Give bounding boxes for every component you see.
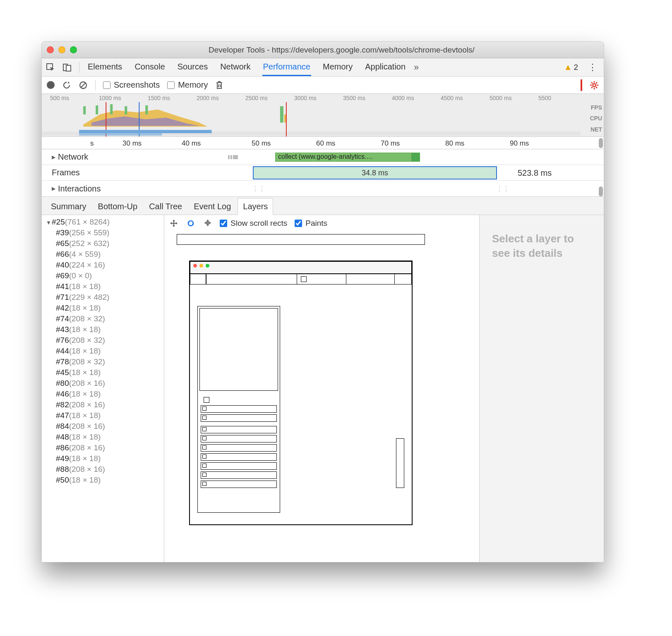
subtab-call-tree[interactable]: Call Tree [144,198,187,215]
device-toggle-icon[interactable] [62,63,72,72]
timeline-ruler[interactable]: s30 ms40 ms50 ms60 ms70 ms80 ms90 ms [42,137,604,149]
overview-tick: 500 ms [50,95,69,101]
layer-tree-item[interactable]: #76(208 × 32) [42,335,164,346]
layer-tree-item[interactable]: #80(208 × 16) [42,378,164,389]
svg-line-11 [596,87,597,88]
overview-tick: 3500 ms [343,95,365,101]
close-icon[interactable] [47,46,54,53]
warnings-badge[interactable]: ▲ 2 [564,62,578,72]
scrollbar-thumb[interactable] [599,138,603,148]
traffic-lights [47,46,77,53]
settings-menu-icon[interactable]: ⋮ [586,62,600,73]
more-tabs-icon[interactable]: » [414,62,419,73]
layer-tree-item[interactable]: #48(18 × 18) [42,432,164,442]
warning-icon: ▲ [564,62,572,72]
layers-toolbar: Slow scroll rects Paints [164,215,479,232]
overview-tick: 1000 ms [99,95,121,101]
clear-icon[interactable] [79,81,88,90]
minimize-icon[interactable] [58,46,65,53]
next-frame-label: 523.8 ms [518,168,552,178]
frame-bar[interactable]: 34.8 ms [253,166,497,179]
subtab-layers[interactable]: Layers [238,198,273,215]
slow-scroll-checkbox[interactable]: Slow scroll rects [220,219,287,228]
layer-tree-item[interactable]: #45(18 × 18) [42,367,164,378]
overview-tick: 4500 ms [441,95,463,101]
layer-tree-item[interactable]: #74(208 × 32) [42,313,164,324]
layer-tree-item[interactable]: #44(18 × 18) [42,346,164,356]
zoom-icon[interactable] [70,46,77,53]
layer-tree-item[interactable]: #40(224 × 16) [42,260,164,270]
drag-dots-icon: ⋮⋮ [496,185,509,193]
expand-icon[interactable]: ▶ [52,154,55,160]
toolbar-divider [581,79,582,91]
subtab-event-log[interactable]: Event Log [189,198,236,215]
layer-tree-item[interactable]: #65(252 × 632) [42,238,164,249]
capture-settings-icon[interactable] [590,81,599,90]
subtab-summary[interactable]: Summary [46,198,91,215]
layer-tree-item[interactable]: #66(4 × 559) [42,249,164,260]
titlebar: Developer Tools - https://developers.goo… [42,42,604,58]
performance-toolbar: Screenshots Memory [42,77,604,94]
ruler-tick: 60 ms [316,139,335,148]
layer-tree-item[interactable]: #84(208 × 16) [42,421,164,432]
timeline-overview[interactable]: 500 ms1000 ms1500 ms2000 ms2500 ms3000 m… [42,94,604,137]
tab-performance[interactable]: Performance [262,59,312,76]
layer-tree-item[interactable]: #49(18 × 18) [42,453,164,464]
ruler-tick: s [90,139,94,148]
network-track[interactable]: ▶Network collect (www.google-analytics.… [42,149,604,165]
tab-console[interactable]: Console [134,59,166,76]
overview-tick: 5000 ms [490,95,512,101]
layer-tree-item[interactable]: #78(208 × 32) [42,356,164,367]
layer-tree-item[interactable]: #86(208 × 16) [42,442,164,453]
layer-tree[interactable]: ▼#25(761 × 8264)#39(256 × 559)#65(252 × … [42,215,164,562]
trash-icon[interactable] [215,81,223,90]
overview-tick: 2000 ms [197,95,219,101]
layer-tree-item[interactable]: #47(18 × 18) [42,410,164,421]
svg-rect-26 [79,133,162,136]
svg-rect-19 [145,105,148,115]
overview-tick: 1500 ms [148,95,170,101]
network-request-bar[interactable]: collect (www.google-analytics.… [275,153,412,162]
layer-tree-item[interactable]: #42(18 × 18) [42,303,164,313]
interactions-track[interactable]: ▶Interactions ⋮⋮ ⋮⋮ [42,181,604,196]
ruler-tick: 70 ms [381,139,400,148]
layer-tree-item[interactable]: #50(18 × 18) [42,475,164,485]
svg-line-12 [591,87,593,88]
scrollbar-thumb[interactable] [599,186,603,196]
inspect-icon[interactable] [46,63,55,72]
svg-rect-2 [66,65,71,71]
tab-network[interactable]: Network [219,59,251,76]
layer-tree-item[interactable]: #46(18 × 18) [42,389,164,399]
drag-dots-icon: ⋮⋮ [252,185,265,193]
layer-tree-item[interactable]: #69(0 × 0) [42,270,164,281]
layer-tree-item[interactable]: #82(208 × 16) [42,399,164,410]
layers-canvas[interactable] [164,232,479,562]
details-tabs: SummaryBottom-UpCall TreeEvent LogLayers [42,197,604,215]
layer-tree-item[interactable]: #39(256 × 559) [42,227,164,238]
paints-checkbox[interactable]: Paints [295,219,327,228]
reset-icon[interactable] [203,219,212,228]
tab-application[interactable]: Application [364,59,406,76]
tab-memory[interactable]: Memory [322,59,353,76]
reload-icon[interactable] [62,81,71,90]
layer-tree-item[interactable]: #41(18 × 18) [42,281,164,292]
layer-tree-item[interactable]: #43(18 × 18) [42,324,164,335]
rotate-icon[interactable] [186,219,196,228]
screenshots-checkbox[interactable]: Screenshots [103,80,160,90]
ruler-tick: 80 ms [445,139,464,148]
overview-label: NET [582,126,602,133]
expand-icon[interactable]: ▶ [52,186,55,191]
layer-tree-item[interactable]: ▼#25(761 × 8264) [42,217,164,227]
frames-track[interactable]: Frames 34.8 ms 523.8 ms [42,165,604,181]
layer-tree-item[interactable]: #88(208 × 16) [42,464,164,475]
overview-label: FPS [582,104,602,111]
subtab-bottom-up[interactable]: Bottom-Up [93,198,143,215]
record-button[interactable] [47,81,55,89]
memory-checkbox[interactable]: Memory [167,80,208,90]
layer-tree-item[interactable]: #71(229 × 482) [42,292,164,303]
separator [79,62,79,73]
svg-line-10 [591,82,593,84]
tab-sources[interactable]: Sources [177,59,209,76]
tab-elements[interactable]: Elements [87,59,123,76]
pan-icon[interactable] [169,219,178,228]
